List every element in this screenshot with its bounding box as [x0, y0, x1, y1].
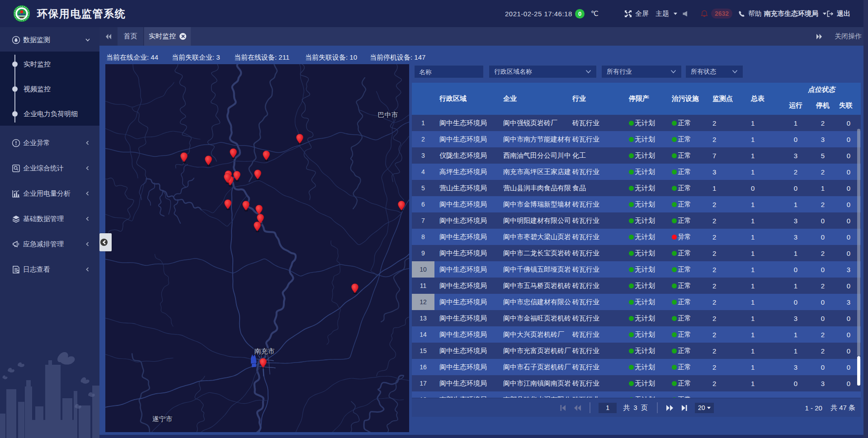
row-number-cell[interactable]: 9 — [412, 245, 434, 261]
table-row[interactable]: 11阆中生态环境局阆中市五马桥页岩机砖砖瓦行业无计划正常21120 — [412, 278, 861, 294]
table-row[interactable]: 16阆中生态环境局阆中市石子页岩机砖厂砖瓦行业无计划正常21300 — [412, 359, 861, 375]
next-page-button[interactable] — [666, 404, 674, 411]
page-number-input[interactable] — [599, 403, 617, 413]
column-header-total-meter[interactable]: 总表 — [746, 83, 782, 115]
cell-company: 西南油气田分公司川中 — [500, 147, 571, 164]
row-number-cell[interactable]: 11 — [412, 278, 434, 294]
tab-close-icon[interactable] — [179, 33, 186, 40]
column-header-treatment[interactable]: 治污设施 — [667, 83, 708, 115]
sidebar-item-emergency-reduction[interactable]: 应急减排管理 — [0, 231, 99, 257]
column-header-running[interactable]: 运行 — [782, 100, 809, 111]
table-row[interactable]: 2阆中生态环境局阆中市南方节能建材有砖瓦行业无计划正常21030 — [412, 131, 861, 147]
double-chevron-right-icon[interactable] — [816, 33, 823, 40]
table-row[interactable]: 10阆中生态环境局阆中千佛镇五郎垭页岩砖瓦行业无计划正常21003 — [412, 261, 861, 278]
table-row[interactable]: 8阆中生态环境局阆中市枣碧大梁山页岩砖瓦行业无计划异常21300 — [412, 229, 861, 245]
cell-company: 阆中强锐页岩砖厂 — [500, 115, 571, 131]
row-number-cell[interactable]: 4 — [412, 164, 434, 180]
sidebar-item-log-view[interactable]: 日志查看 — [0, 257, 99, 282]
row-number-cell[interactable]: 15 — [412, 343, 434, 359]
page-size-select[interactable]: 20 — [695, 403, 714, 413]
sidebar-item-power-analysis[interactable]: 企业用电量分析 — [0, 181, 99, 206]
row-number-cell[interactable]: 8 — [412, 229, 434, 245]
name-search-input[interactable] — [415, 66, 483, 78]
column-header-monitor-points[interactable]: 监测点 — [708, 83, 746, 115]
sidebar-item-video-monitor[interactable]: 视频监控 — [0, 77, 99, 101]
table-scrollbar[interactable] — [857, 129, 860, 386]
fullscreen-button[interactable]: 全屏 — [624, 0, 649, 27]
table-row[interactable]: 15阆中生态环境局阆中市光富页岩机砖厂砖瓦行业无计划正常21120 — [412, 343, 861, 359]
name-filter-field[interactable] — [414, 65, 484, 78]
map-panel[interactable]: 巴中市南充市遂宁市 — [105, 64, 409, 432]
previous-page-button[interactable] — [573, 404, 581, 411]
row-number-cell[interactable]: 3 — [412, 147, 434, 164]
tab-home[interactable]: 首页 — [118, 27, 144, 46]
column-header-offline[interactable]: 失联 — [834, 100, 858, 111]
mute-speaker-button[interactable] — [682, 0, 689, 27]
sidebar-item-data-monitor[interactable]: 数据监测 — [0, 28, 99, 52]
row-number-cell[interactable]: 12 — [412, 294, 434, 310]
cell-running: 1 — [782, 278, 809, 294]
scrollbar-thumb[interactable] — [857, 356, 860, 386]
select-value: 所有行业 — [602, 68, 670, 76]
cell-treatment: 正常 — [667, 147, 708, 164]
notifications-area[interactable]: 2632 — [701, 0, 732, 27]
row-number-cell[interactable]: 16 — [412, 359, 434, 375]
row-number-cell[interactable]: 5 — [412, 180, 434, 196]
column-header-production-limit[interactable]: 停限产 — [624, 83, 667, 115]
table-row[interactable]: 9阆中生态环境局阆中市二龙长宝页岩砖砖瓦行业无计划正常21120 — [412, 245, 861, 261]
map-collapse-button[interactable] — [99, 233, 112, 251]
app-logo-icon — [14, 5, 30, 22]
sidebar-item-company-statistics[interactable]: 企业综合统计 — [0, 155, 99, 181]
close-operations-button[interactable]: 关闭操作 — [835, 32, 862, 41]
cell-industry: 砖瓦行业 — [567, 212, 624, 229]
row-number-cell[interactable]: 7 — [412, 212, 434, 229]
help-button[interactable]: 帮助 — [738, 0, 762, 27]
row-number-cell[interactable]: 18 — [412, 391, 434, 398]
row-number-cell[interactable]: 2 — [412, 131, 434, 147]
organization-dropdown[interactable]: 南充市生态环境局 — [764, 0, 826, 27]
table-row[interactable]: 18南部生态环境局南部县砖华水泥有限公砖瓦行业无计划正常62350 — [412, 391, 861, 398]
status-filter-select[interactable]: 所有状态 — [685, 65, 743, 78]
row-number-cell[interactable]: 13 — [412, 310, 434, 326]
column-header-region[interactable]: 行政区域 — [434, 83, 500, 115]
industry-filter-select[interactable]: 所有行业 — [601, 65, 682, 78]
cell-stopped: 1 — [809, 180, 836, 196]
row-number-cell[interactable]: 1 — [412, 115, 434, 131]
column-header-stopped[interactable]: 停机 — [809, 100, 836, 111]
cell-production-limit: 无计划 — [624, 278, 667, 294]
column-header-industry[interactable]: 行业 — [567, 83, 624, 115]
table-row[interactable]: 5营山生态环境局营山县润丰肉食品有限食品无计划正常10010 — [412, 180, 861, 196]
last-page-button[interactable] — [680, 404, 689, 411]
row-number-cell[interactable]: 14 — [412, 326, 434, 343]
table-row[interactable]: 17阆中生态环境局阆中市江南镇阆南页岩砖瓦行业无计划正常21030 — [412, 375, 861, 391]
cell-treatment: 正常 — [667, 359, 708, 375]
table-row[interactable]: 7阆中生态环境局阆中明阳建材有限公司砖瓦行业无计划正常21300 — [412, 212, 861, 229]
table-row[interactable]: 6阆中生态环境局阆中市金博瑞新型墙材砖瓦行业无计划正常21120 — [412, 196, 861, 212]
sidebar-item-power-load-detail[interactable]: 企业电力负荷明细 — [0, 102, 99, 126]
column-header-company[interactable]: 企业 — [500, 83, 571, 115]
tab-realtime-monitor[interactable]: 实时监控 — [144, 27, 191, 46]
sidebar-item-company-abnormal[interactable]: 企业异常 — [0, 130, 99, 155]
row-number-cell[interactable]: 6 — [412, 196, 434, 212]
status-dot-icon — [672, 381, 677, 386]
chevron-down-icon — [823, 13, 826, 15]
row-number-cell[interactable]: 17 — [412, 375, 434, 391]
table-row[interactable]: 1阆中生态环境局阆中强锐页岩砖厂砖瓦行业无计划正常21120 — [412, 115, 861, 131]
sidebar-item-base-data[interactable]: 基础数据管理 — [0, 206, 99, 231]
sidebar-item-realtime-monitor[interactable]: 实时监控 — [0, 52, 99, 76]
table-row[interactable]: 12阆中生态环境局阆中市忠信建材有限公砖瓦行业无计划正常21003 — [412, 294, 861, 310]
table-row[interactable]: 13阆中生态环境局阆中市金福旺页岩机砖砖瓦行业无计划正常21300 — [412, 310, 861, 326]
cell-stopped: 2 — [809, 164, 836, 180]
table-row[interactable]: 14阆中生态环境局阆中大兴页岩机砖厂砖瓦行业无计划正常21120 — [412, 326, 861, 343]
theme-dropdown[interactable]: 主题 — [656, 0, 677, 27]
first-page-button[interactable] — [559, 404, 567, 411]
table-row[interactable]: 4高坪生态环境局南充市高坪区王家店建砖瓦行业无计划正常31220 — [412, 164, 861, 180]
tabs-scroll-left-button[interactable] — [99, 27, 118, 46]
table-row[interactable]: 3仪陇生态环境局西南油气田分公司川中化工无计划正常71350 — [412, 147, 861, 164]
cell-total-meter: 0 — [746, 180, 782, 196]
region-filter-select[interactable]: 行政区域名称 — [489, 65, 597, 78]
status-dot-icon — [672, 202, 677, 207]
row-number-cell[interactable]: 10 — [412, 261, 434, 278]
cell-total-meter: 1 — [746, 147, 782, 164]
logout-button[interactable]: 退出 — [826, 0, 850, 27]
